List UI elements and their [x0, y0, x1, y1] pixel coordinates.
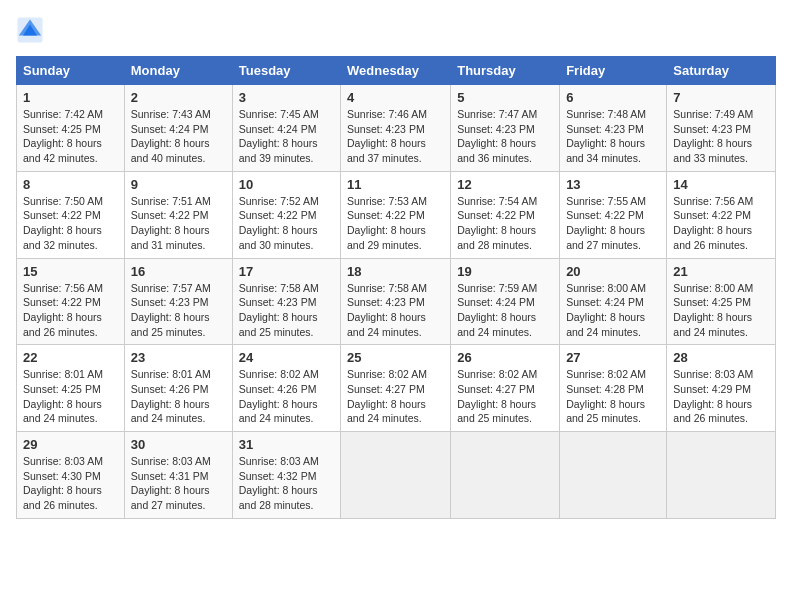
sunrise-text: Sunrise: 7:49 AM [673, 108, 753, 120]
calendar-table: SundayMondayTuesdayWednesdayThursdayFrid… [16, 56, 776, 519]
calendar-cell: 13 Sunrise: 7:55 AM Sunset: 4:22 PM Dayl… [560, 171, 667, 258]
calendar-cell: 1 Sunrise: 7:42 AM Sunset: 4:25 PM Dayli… [17, 85, 125, 172]
sunrise-text: Sunrise: 7:43 AM [131, 108, 211, 120]
sunrise-text: Sunrise: 8:02 AM [347, 368, 427, 380]
sunset-text: Sunset: 4:24 PM [131, 123, 209, 135]
sunrise-text: Sunrise: 7:47 AM [457, 108, 537, 120]
sunset-text: Sunset: 4:23 PM [566, 123, 644, 135]
sunset-text: Sunset: 4:27 PM [347, 383, 425, 395]
day-info: Sunrise: 7:50 AM Sunset: 4:22 PM Dayligh… [23, 194, 118, 253]
calendar-cell: 9 Sunrise: 7:51 AM Sunset: 4:22 PM Dayli… [124, 171, 232, 258]
sunset-text: Sunset: 4:22 PM [347, 209, 425, 221]
daylight-text: Daylight: 8 hours and 26 minutes. [23, 484, 102, 511]
week-row-4: 22 Sunrise: 8:01 AM Sunset: 4:25 PM Dayl… [17, 345, 776, 432]
calendar-cell: 28 Sunrise: 8:03 AM Sunset: 4:29 PM Dayl… [667, 345, 776, 432]
day-info: Sunrise: 7:59 AM Sunset: 4:24 PM Dayligh… [457, 281, 553, 340]
day-info: Sunrise: 7:54 AM Sunset: 4:22 PM Dayligh… [457, 194, 553, 253]
daylight-text: Daylight: 8 hours and 30 minutes. [239, 224, 318, 251]
week-row-5: 29 Sunrise: 8:03 AM Sunset: 4:30 PM Dayl… [17, 432, 776, 519]
sunset-text: Sunset: 4:26 PM [239, 383, 317, 395]
calendar-cell: 4 Sunrise: 7:46 AM Sunset: 4:23 PM Dayli… [341, 85, 451, 172]
daylight-text: Daylight: 8 hours and 42 minutes. [23, 137, 102, 164]
day-info: Sunrise: 7:48 AM Sunset: 4:23 PM Dayligh… [566, 107, 660, 166]
day-number: 2 [131, 90, 226, 105]
daylight-text: Daylight: 8 hours and 31 minutes. [131, 224, 210, 251]
daylight-text: Daylight: 8 hours and 26 minutes. [23, 311, 102, 338]
sunrise-text: Sunrise: 7:51 AM [131, 195, 211, 207]
daylight-text: Daylight: 8 hours and 37 minutes. [347, 137, 426, 164]
day-info: Sunrise: 8:00 AM Sunset: 4:25 PM Dayligh… [673, 281, 769, 340]
daylight-text: Daylight: 8 hours and 25 minutes. [566, 398, 645, 425]
day-info: Sunrise: 8:02 AM Sunset: 4:27 PM Dayligh… [457, 367, 553, 426]
day-info: Sunrise: 8:02 AM Sunset: 4:27 PM Dayligh… [347, 367, 444, 426]
page-header [16, 16, 776, 44]
calendar-body: 1 Sunrise: 7:42 AM Sunset: 4:25 PM Dayli… [17, 85, 776, 519]
sunrise-text: Sunrise: 7:48 AM [566, 108, 646, 120]
calendar-cell: 17 Sunrise: 7:58 AM Sunset: 4:23 PM Dayl… [232, 258, 340, 345]
day-number: 19 [457, 264, 553, 279]
day-info: Sunrise: 7:53 AM Sunset: 4:22 PM Dayligh… [347, 194, 444, 253]
day-number: 30 [131, 437, 226, 452]
day-number: 18 [347, 264, 444, 279]
sunrise-text: Sunrise: 8:02 AM [457, 368, 537, 380]
day-number: 5 [457, 90, 553, 105]
day-number: 24 [239, 350, 334, 365]
day-number: 14 [673, 177, 769, 192]
sunset-text: Sunset: 4:23 PM [239, 296, 317, 308]
sunrise-text: Sunrise: 7:55 AM [566, 195, 646, 207]
day-number: 3 [239, 90, 334, 105]
header-row: SundayMondayTuesdayWednesdayThursdayFrid… [17, 57, 776, 85]
day-number: 17 [239, 264, 334, 279]
daylight-text: Daylight: 8 hours and 25 minutes. [131, 311, 210, 338]
calendar-cell [560, 432, 667, 519]
day-number: 26 [457, 350, 553, 365]
day-number: 13 [566, 177, 660, 192]
calendar-cell: 6 Sunrise: 7:48 AM Sunset: 4:23 PM Dayli… [560, 85, 667, 172]
sunrise-text: Sunrise: 7:58 AM [347, 282, 427, 294]
col-header-friday: Friday [560, 57, 667, 85]
day-number: 15 [23, 264, 118, 279]
calendar-cell: 5 Sunrise: 7:47 AM Sunset: 4:23 PM Dayli… [451, 85, 560, 172]
day-number: 31 [239, 437, 334, 452]
sunrise-text: Sunrise: 7:58 AM [239, 282, 319, 294]
day-number: 7 [673, 90, 769, 105]
calendar-cell: 29 Sunrise: 8:03 AM Sunset: 4:30 PM Dayl… [17, 432, 125, 519]
calendar-cell: 27 Sunrise: 8:02 AM Sunset: 4:28 PM Dayl… [560, 345, 667, 432]
day-number: 6 [566, 90, 660, 105]
daylight-text: Daylight: 8 hours and 26 minutes. [673, 398, 752, 425]
sunrise-text: Sunrise: 7:56 AM [673, 195, 753, 207]
calendar-cell: 20 Sunrise: 8:00 AM Sunset: 4:24 PM Dayl… [560, 258, 667, 345]
day-number: 25 [347, 350, 444, 365]
col-header-wednesday: Wednesday [341, 57, 451, 85]
sunrise-text: Sunrise: 8:03 AM [23, 455, 103, 467]
daylight-text: Daylight: 8 hours and 39 minutes. [239, 137, 318, 164]
day-info: Sunrise: 8:03 AM Sunset: 4:30 PM Dayligh… [23, 454, 118, 513]
calendar-cell: 16 Sunrise: 7:57 AM Sunset: 4:23 PM Dayl… [124, 258, 232, 345]
col-header-thursday: Thursday [451, 57, 560, 85]
day-info: Sunrise: 8:03 AM Sunset: 4:32 PM Dayligh… [239, 454, 334, 513]
calendar-cell [341, 432, 451, 519]
week-row-2: 8 Sunrise: 7:50 AM Sunset: 4:22 PM Dayli… [17, 171, 776, 258]
day-info: Sunrise: 7:58 AM Sunset: 4:23 PM Dayligh… [239, 281, 334, 340]
sunset-text: Sunset: 4:25 PM [23, 383, 101, 395]
daylight-text: Daylight: 8 hours and 40 minutes. [131, 137, 210, 164]
sunset-text: Sunset: 4:27 PM [457, 383, 535, 395]
sunrise-text: Sunrise: 8:01 AM [131, 368, 211, 380]
calendar-cell: 14 Sunrise: 7:56 AM Sunset: 4:22 PM Dayl… [667, 171, 776, 258]
sunset-text: Sunset: 4:25 PM [23, 123, 101, 135]
sunset-text: Sunset: 4:23 PM [347, 296, 425, 308]
day-number: 20 [566, 264, 660, 279]
daylight-text: Daylight: 8 hours and 24 minutes. [131, 398, 210, 425]
sunrise-text: Sunrise: 7:42 AM [23, 108, 103, 120]
day-info: Sunrise: 8:03 AM Sunset: 4:29 PM Dayligh… [673, 367, 769, 426]
week-row-3: 15 Sunrise: 7:56 AM Sunset: 4:22 PM Dayl… [17, 258, 776, 345]
day-info: Sunrise: 8:01 AM Sunset: 4:25 PM Dayligh… [23, 367, 118, 426]
day-info: Sunrise: 8:01 AM Sunset: 4:26 PM Dayligh… [131, 367, 226, 426]
day-info: Sunrise: 8:00 AM Sunset: 4:24 PM Dayligh… [566, 281, 660, 340]
calendar-cell: 26 Sunrise: 8:02 AM Sunset: 4:27 PM Dayl… [451, 345, 560, 432]
sunset-text: Sunset: 4:22 PM [673, 209, 751, 221]
daylight-text: Daylight: 8 hours and 27 minutes. [131, 484, 210, 511]
calendar-cell: 7 Sunrise: 7:49 AM Sunset: 4:23 PM Dayli… [667, 85, 776, 172]
col-header-sunday: Sunday [17, 57, 125, 85]
calendar-cell: 21 Sunrise: 8:00 AM Sunset: 4:25 PM Dayl… [667, 258, 776, 345]
